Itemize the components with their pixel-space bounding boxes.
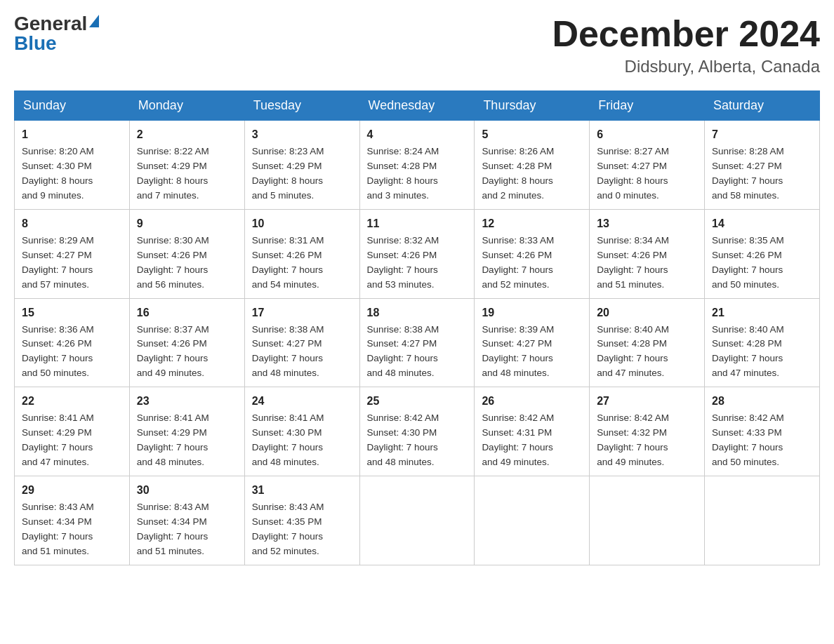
day-info: Sunrise: 8:38 AMSunset: 4:27 PMDaylight:… [252,324,324,379]
day-number: 16 [137,304,237,321]
day-info: Sunrise: 8:41 AMSunset: 4:29 PMDaylight:… [22,412,94,467]
logo-general: General [14,14,87,34]
day-number: 29 [22,482,122,499]
calendar-cell: 1Sunrise: 8:20 AMSunset: 4:30 PMDaylight… [15,121,130,210]
day-number: 2 [137,126,237,143]
day-info: Sunrise: 8:24 AMSunset: 4:28 PMDaylight:… [367,146,439,201]
calendar-cell: 3Sunrise: 8:23 AMSunset: 4:29 PMDaylight… [244,121,359,210]
day-number: 11 [367,215,468,232]
day-number: 28 [712,393,812,410]
calendar-cell: 8Sunrise: 8:29 AMSunset: 4:27 PMDaylight… [15,209,130,298]
day-number: 26 [482,393,582,410]
day-info: Sunrise: 8:42 AMSunset: 4:33 PMDaylight:… [712,412,784,467]
calendar-cell: 9Sunrise: 8:30 AMSunset: 4:26 PMDaylight… [129,209,244,298]
calendar-cell: 12Sunrise: 8:33 AMSunset: 4:26 PMDayligh… [475,209,590,298]
day-number: 19 [482,304,582,321]
col-header-thursday: Thursday [475,91,590,121]
day-info: Sunrise: 8:32 AMSunset: 4:26 PMDaylight:… [367,235,439,290]
calendar-cell: 5Sunrise: 8:26 AMSunset: 4:28 PMDaylight… [475,121,590,210]
day-info: Sunrise: 8:35 AMSunset: 4:26 PMDaylight:… [712,235,784,290]
day-info: Sunrise: 8:36 AMSunset: 4:26 PMDaylight:… [22,324,94,379]
day-info: Sunrise: 8:27 AMSunset: 4:27 PMDaylight:… [597,146,669,201]
day-number: 23 [137,393,237,410]
day-number: 13 [597,215,697,232]
day-number: 24 [252,393,352,410]
day-number: 30 [137,482,237,499]
logo: General Blue [14,14,99,53]
day-number: 15 [22,304,122,321]
calendar-cell: 23Sunrise: 8:41 AMSunset: 4:29 PMDayligh… [129,387,244,476]
day-info: Sunrise: 8:40 AMSunset: 4:28 PMDaylight:… [712,324,784,379]
calendar-cell [590,476,705,565]
day-info: Sunrise: 8:29 AMSunset: 4:27 PMDaylight:… [22,235,94,290]
calendar-cell: 26Sunrise: 8:42 AMSunset: 4:31 PMDayligh… [475,387,590,476]
calendar-cell [359,476,475,565]
calendar-table: SundayMondayTuesdayWednesdayThursdayFrid… [14,90,820,565]
page-header: General Blue December 2024 Didsbury, Alb… [14,14,820,76]
calendar-cell: 31Sunrise: 8:43 AMSunset: 4:35 PMDayligh… [244,476,359,565]
day-number: 14 [712,215,812,232]
calendar-cell: 29Sunrise: 8:43 AMSunset: 4:34 PMDayligh… [15,476,130,565]
day-info: Sunrise: 8:43 AMSunset: 4:35 PMDaylight:… [252,502,324,556]
calendar-cell: 4Sunrise: 8:24 AMSunset: 4:28 PMDaylight… [359,121,475,210]
day-number: 18 [367,304,468,321]
calendar-cell: 18Sunrise: 8:38 AMSunset: 4:27 PMDayligh… [359,298,475,387]
calendar-cell: 16Sunrise: 8:37 AMSunset: 4:26 PMDayligh… [129,298,244,387]
calendar-cell: 11Sunrise: 8:32 AMSunset: 4:26 PMDayligh… [359,209,475,298]
calendar-week-row: 1Sunrise: 8:20 AMSunset: 4:30 PMDaylight… [15,121,820,210]
day-number: 1 [22,126,122,143]
day-info: Sunrise: 8:43 AMSunset: 4:34 PMDaylight:… [137,502,209,556]
col-header-sunday: Sunday [15,91,130,121]
col-header-tuesday: Tuesday [244,91,359,121]
col-header-saturday: Saturday [705,91,820,121]
calendar-cell: 22Sunrise: 8:41 AMSunset: 4:29 PMDayligh… [15,387,130,476]
day-number: 25 [367,393,468,410]
day-info: Sunrise: 8:41 AMSunset: 4:29 PMDaylight:… [137,412,209,467]
day-info: Sunrise: 8:31 AMSunset: 4:26 PMDaylight:… [252,235,324,290]
month-title: December 2024 [552,14,820,54]
calendar-cell: 25Sunrise: 8:42 AMSunset: 4:30 PMDayligh… [359,387,475,476]
calendar-cell [475,476,590,565]
day-info: Sunrise: 8:41 AMSunset: 4:30 PMDaylight:… [252,412,324,467]
calendar-cell: 7Sunrise: 8:28 AMSunset: 4:27 PMDaylight… [705,121,820,210]
day-info: Sunrise: 8:23 AMSunset: 4:29 PMDaylight:… [252,146,324,201]
day-info: Sunrise: 8:34 AMSunset: 4:26 PMDaylight:… [597,235,669,290]
calendar-cell [705,476,820,565]
day-number: 10 [252,215,352,232]
day-info: Sunrise: 8:38 AMSunset: 4:27 PMDaylight:… [367,324,439,379]
calendar-cell: 20Sunrise: 8:40 AMSunset: 4:28 PMDayligh… [590,298,705,387]
calendar-header-row: SundayMondayTuesdayWednesdayThursdayFrid… [15,91,820,121]
day-info: Sunrise: 8:42 AMSunset: 4:30 PMDaylight:… [367,412,439,467]
calendar-week-row: 8Sunrise: 8:29 AMSunset: 4:27 PMDaylight… [15,209,820,298]
calendar-week-row: 15Sunrise: 8:36 AMSunset: 4:26 PMDayligh… [15,298,820,387]
calendar-cell: 27Sunrise: 8:42 AMSunset: 4:32 PMDayligh… [590,387,705,476]
calendar-cell: 17Sunrise: 8:38 AMSunset: 4:27 PMDayligh… [244,298,359,387]
day-info: Sunrise: 8:40 AMSunset: 4:28 PMDaylight:… [597,324,669,379]
day-number: 27 [597,393,697,410]
calendar-cell: 13Sunrise: 8:34 AMSunset: 4:26 PMDayligh… [590,209,705,298]
day-number: 31 [252,482,352,499]
day-info: Sunrise: 8:30 AMSunset: 4:26 PMDaylight:… [137,235,209,290]
calendar-cell: 2Sunrise: 8:22 AMSunset: 4:29 PMDaylight… [129,121,244,210]
location-title: Didsbury, Alberta, Canada [552,57,820,76]
calendar-cell: 6Sunrise: 8:27 AMSunset: 4:27 PMDaylight… [590,121,705,210]
day-number: 22 [22,393,122,410]
day-number: 7 [712,126,812,143]
day-info: Sunrise: 8:26 AMSunset: 4:28 PMDaylight:… [482,146,554,201]
logo-blue: Blue [14,34,57,53]
title-section: December 2024 Didsbury, Alberta, Canada [552,14,820,76]
calendar-cell: 14Sunrise: 8:35 AMSunset: 4:26 PMDayligh… [705,209,820,298]
day-info: Sunrise: 8:22 AMSunset: 4:29 PMDaylight:… [137,146,209,201]
calendar-week-row: 22Sunrise: 8:41 AMSunset: 4:29 PMDayligh… [15,387,820,476]
calendar-cell: 28Sunrise: 8:42 AMSunset: 4:33 PMDayligh… [705,387,820,476]
day-number: 9 [137,215,237,232]
col-header-friday: Friday [590,91,705,121]
day-info: Sunrise: 8:39 AMSunset: 4:27 PMDaylight:… [482,324,554,379]
calendar-cell: 19Sunrise: 8:39 AMSunset: 4:27 PMDayligh… [475,298,590,387]
day-number: 12 [482,215,582,232]
day-number: 17 [252,304,352,321]
calendar-week-row: 29Sunrise: 8:43 AMSunset: 4:34 PMDayligh… [15,476,820,565]
day-number: 4 [367,126,468,143]
day-info: Sunrise: 8:37 AMSunset: 4:26 PMDaylight:… [137,324,209,379]
col-header-monday: Monday [129,91,244,121]
